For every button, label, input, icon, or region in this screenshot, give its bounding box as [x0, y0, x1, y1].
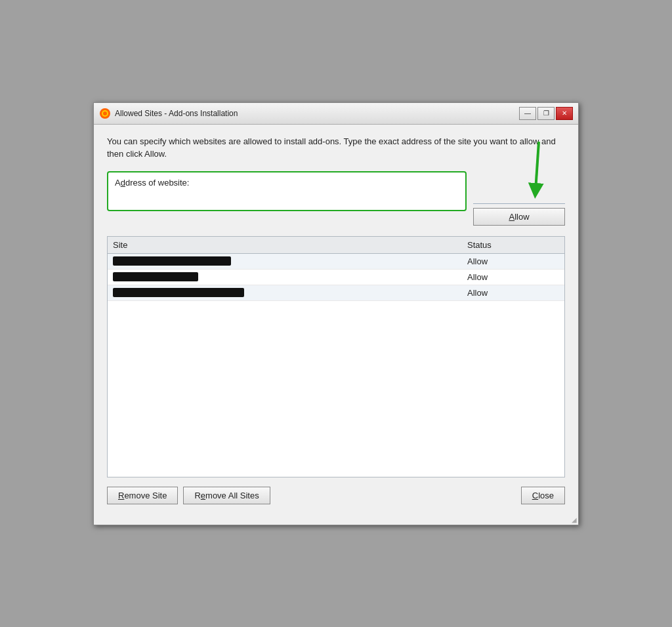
title-buttons: — ❐ ✕: [519, 107, 573, 120]
close-button[interactable]: Close: [521, 487, 565, 504]
footer-left-buttons: Remove Site Remove All Sites: [107, 487, 270, 504]
title-bar-left: Allowed Sites - Add-ons Installation: [99, 108, 238, 119]
row-status-1: Allow: [467, 256, 559, 266]
table-row[interactable]: Allow: [108, 285, 564, 301]
remove-all-sites-label: Remove All Sites: [194, 491, 259, 500]
row-site-3: [113, 288, 467, 298]
remove-site-label: Remove Site: [118, 491, 167, 500]
address-label: Address of website:: [115, 178, 459, 188]
table-header: Site Status: [108, 237, 564, 254]
svg-line-4: [536, 142, 539, 191]
firefox-icon: [99, 108, 111, 119]
site-redacted-3: [113, 288, 244, 297]
remove-all-sites-button[interactable]: Remove All Sites: [183, 487, 270, 504]
close-label: Close: [532, 491, 554, 500]
window-title: Allowed Sites - Add-ons Installation: [115, 109, 238, 118]
row-status-2: Allow: [467, 272, 559, 282]
allow-rest: llow: [514, 212, 529, 222]
address-input-group: Address of website:: [107, 171, 467, 211]
title-bar: Allowed Sites - Add-ons Installation — ❐…: [94, 103, 578, 125]
description-text: You can specify which websites are allow…: [107, 135, 565, 161]
site-redacted-2: [113, 272, 198, 281]
row-site-1: [113, 256, 467, 266]
resize-handle[interactable]: ◢: [94, 516, 578, 525]
close-title-button[interactable]: ✕: [556, 107, 573, 120]
table-row[interactable]: Allow: [108, 270, 564, 285]
footer-buttons: Remove Site Remove All Sites Close: [107, 487, 565, 507]
table-row[interactable]: Allow: [108, 254, 564, 270]
allow-button[interactable]: Allow: [473, 208, 565, 226]
column-site: Site: [113, 240, 467, 250]
maximize-button[interactable]: ❐: [537, 107, 555, 120]
table-body: Allow Allow Allow: [108, 254, 564, 477]
remove-site-button[interactable]: Remove Site: [107, 487, 178, 504]
sites-table: Site Status Allow Allow: [107, 236, 565, 477]
main-window: Allowed Sites - Add-ons Installation — ❐…: [93, 102, 579, 525]
row-status-3: Allow: [467, 288, 559, 298]
green-arrow: [499, 135, 545, 201]
allow-underline-char: A: [509, 212, 514, 222]
row-site-2: [113, 272, 467, 282]
site-redacted-1: [113, 256, 231, 266]
content-area: You can specify which websites are allow…: [94, 125, 578, 516]
address-input[interactable]: [115, 192, 459, 205]
minimize-button[interactable]: —: [519, 107, 536, 120]
column-status: Status: [467, 240, 559, 250]
address-label-text: Address of website:: [115, 178, 189, 188]
input-section: Address of website: Allow: [107, 171, 565, 226]
svg-point-2: [103, 111, 107, 115]
